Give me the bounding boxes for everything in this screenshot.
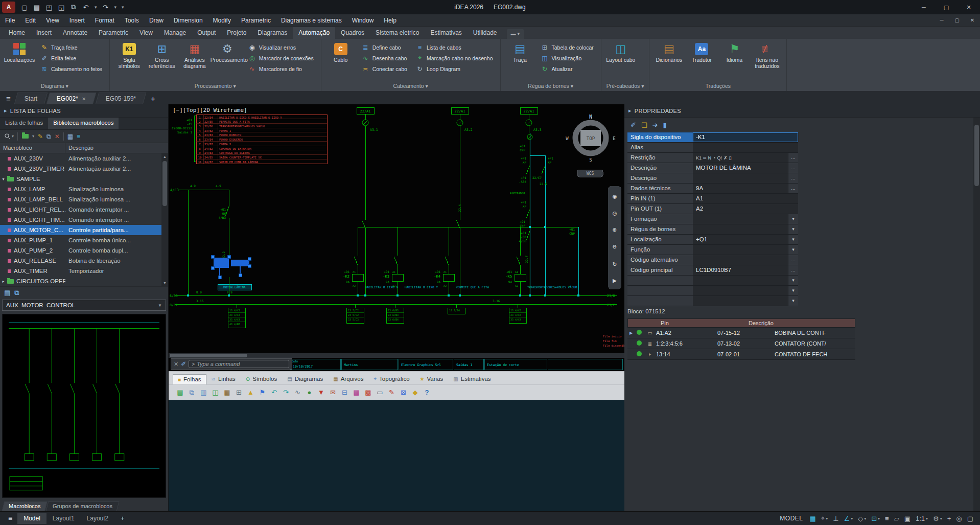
property-value[interactable]	[693, 286, 788, 295]
panel-label-cabeamento[interactable]: Cabeamento ▾	[321, 82, 500, 91]
property-value[interactable]: -K1	[693, 132, 798, 142]
ribbon-button-tra-a[interactable]: ▤Traça	[504, 40, 536, 63]
mdi-restore-button[interactable]: ▢	[949, 17, 965, 23]
ribbon-button-layout-cabo[interactable]: ◫Layout cabo	[604, 40, 637, 63]
pin-icon[interactable]: ▲	[245, 387, 256, 398]
property-value[interactable]: A1	[693, 194, 798, 203]
property-row-dados-t-cnicos[interactable]: Dados técnicos9A…	[627, 184, 798, 194]
scroll-up-icon[interactable]: ▲	[163, 153, 167, 160]
macro-row-aux-motor-c[interactable]: AUX_MOTOR_C...Controle partida/para...	[0, 225, 168, 235]
marker-icon[interactable]: ✎	[386, 387, 397, 398]
panel-label-pr-cabeados[interactable]: Pré-cabeados ▾	[601, 82, 649, 91]
menu-dimension[interactable]: Dimension	[169, 14, 208, 27]
drawing-tab-eg05-159[interactable]: EG05-159*	[95, 93, 146, 104]
tab-grupos-de-macroblocos[interactable]: Grupos de macroblocos	[46, 501, 120, 511]
pin-row-1-2-3-4-5-6[interactable]: ≣1:2:3:4:5:607-13-02CONTATOR (CONT/	[627, 338, 855, 349]
property-row-fun-o[interactable]: Função▾	[627, 245, 798, 255]
collapse-icon[interactable]: ▾	[0, 177, 7, 181]
grid-view-icon[interactable]: ⊞	[234, 387, 244, 398]
frame-icon[interactable]: ▭	[375, 387, 385, 398]
pages-icon[interactable]: ▥	[198, 387, 209, 398]
save-button[interactable]: ◰	[43, 4, 55, 11]
drawing-canvas[interactable]: [−][Top][2D Wireframe]+Q1-A5C200H-OC222S…	[169, 104, 624, 371]
curve-icon[interactable]: ∿	[292, 387, 303, 398]
menu-edit[interactable]: Edit	[20, 14, 41, 27]
property-row-forma-o[interactable]: Formação▾	[627, 214, 798, 224]
tab-biblioteca-macroblocos[interactable]: Biblioteca macroblocos	[48, 118, 119, 129]
list-icon[interactable]: ≡	[77, 133, 80, 140]
drawing-tab-eg002[interactable]: EG002*✕	[46, 93, 97, 104]
panel-grip-icon[interactable]: ▸	[4, 107, 7, 114]
polar-icon[interactable]: ∠▾	[842, 514, 856, 522]
panel-grip-icon[interactable]: ▸	[628, 107, 632, 114]
pdf-icon[interactable]: ▼	[316, 387, 326, 398]
property-row-c-digo-alternativo[interactable]: Código alternativo…	[627, 255, 798, 265]
new-button[interactable]: ▢	[18, 4, 31, 11]
ribbon-tab-annotate[interactable]: Annotate	[57, 27, 93, 39]
navigation-bar[interactable]	[608, 186, 621, 289]
ribbon-button-loop-diagram[interactable]: ↻Loop Diagram	[413, 63, 495, 74]
transparency-icon[interactable]: ▱	[892, 514, 902, 522]
ribbon-collapse-button[interactable]: ▬ ▾	[507, 29, 524, 39]
ribbon-button-define-cabo[interactable]: ≣Define cabo	[359, 42, 409, 53]
flag-icon[interactable]: ⚑	[257, 387, 268, 398]
ribbon-tab-output[interactable]: Output	[192, 27, 221, 39]
maximize-button[interactable]: ▢	[935, 0, 958, 14]
menu-diagramas-e-sistemas[interactable]: Diagramas e sistemas	[276, 14, 347, 27]
dropdown-button[interactable]: ▾	[788, 235, 798, 244]
ribbon-tab-projeto[interactable]: Projeto	[221, 27, 252, 39]
ribbon-button-dicion-rios[interactable]: ▤Dicionários	[652, 40, 685, 63]
dropdown-button[interactable]: ▾	[788, 276, 798, 285]
file-tabs-menu-icon[interactable]: ≡	[3, 94, 16, 104]
pin-row-13-14[interactable]: ⊦13:1407-02-01CONTATO DE FECH	[627, 349, 855, 360]
layout-icon[interactable]: ⊟	[339, 387, 350, 398]
sheet-tab-arquivos[interactable]: ▦Arquivos	[328, 374, 368, 384]
lineweight-icon[interactable]: ≡	[882, 514, 892, 522]
new-drawing-tab-button[interactable]: +	[147, 94, 159, 104]
undo-icon[interactable]: ↶	[269, 387, 279, 398]
menu-parametric[interactable]: Parametric	[236, 14, 276, 27]
menu-window[interactable]: Window	[347, 14, 379, 27]
ribbon-tab-insert[interactable]: Insert	[31, 27, 57, 39]
property-value[interactable]: MOTOR DE LÂMINA	[693, 163, 788, 173]
delete-icon[interactable]: ✕	[55, 133, 60, 140]
wizard-icon[interactable]: ◆	[410, 387, 421, 398]
snap-icon[interactable]: ⌖▾	[819, 514, 830, 522]
ribbon-button-tabela-de-colocar[interactable]: ⊞Tabela de colocar	[539, 42, 596, 53]
macro-row-aux-lamp[interactable]: AUX_LAMPSinalização luminosa	[0, 184, 168, 194]
property-value[interactable]: K1∞N◔Q!✗▯	[693, 153, 788, 163]
sheet-tab-varias[interactable]: ★Varias	[415, 374, 449, 384]
property-value[interactable]: LC1D0910B7	[693, 265, 788, 275]
ribbon-tab-quadros[interactable]: Quadros	[335, 27, 370, 39]
ortho-icon[interactable]: ⊥	[830, 514, 841, 522]
panel-label-processamento[interactable]: Processamento ▾	[110, 82, 321, 91]
ribbon-tab-manage[interactable]: Manage	[158, 27, 192, 39]
new-sheet-icon[interactable]: ▤	[175, 387, 185, 398]
fullscreen-icon[interactable]: ▢	[965, 514, 976, 522]
close-button[interactable]: ✕	[958, 0, 980, 14]
layout-tab-model[interactable]: Model	[17, 513, 46, 524]
ribbon-tab-view[interactable]: View	[134, 27, 158, 39]
tag-icon[interactable]: ❏	[641, 121, 647, 129]
property-row-c-digo-principal[interactable]: Código principalLC1D0910B7…	[627, 265, 798, 276]
column-descricao[interactable]: Descrição	[65, 143, 168, 153]
property-row-r-gua-de-bornes[interactable]: Régua de bornes▾	[627, 224, 798, 235]
dropdown-button[interactable]: ▾	[788, 214, 798, 224]
frame-icon[interactable]: ▮	[663, 121, 666, 129]
globe-icon[interactable]: ●	[304, 387, 315, 398]
ribbon-tab-estimativas[interactable]: Estimativas	[425, 27, 467, 39]
ribbon-button-visualizar-erros[interactable]: ◉Visualizar erros	[246, 42, 316, 53]
macro-row-aux-light-rel[interactable]: AUX_LIGHT_REL...Comando interruptor ...	[0, 204, 168, 215]
help-icon[interactable]: ?	[422, 387, 432, 398]
menu-help[interactable]: Help	[379, 14, 402, 27]
new-folder-icon[interactable]: ▾	[21, 134, 34, 139]
property-value[interactable]: +Q1	[693, 235, 788, 244]
expand-icon[interactable]: ▸	[0, 279, 7, 284]
macro-row-aux-light-tim[interactable]: AUX_LIGHT_TIM...Comando interruptor ...	[0, 215, 168, 225]
macro-row-circuitos-operandos-plc[interactable]: ▸CIRCUITOS OPERANDOS PLC	[0, 276, 168, 286]
ribbon-button-itens-n-o-traduzidos[interactable]: ≢Itens não traduzidos	[751, 40, 783, 70]
column-macrobloco[interactable]: Macrobloco	[0, 143, 65, 153]
ribbon-button-an-lises-diagrama[interactable]: ▦Análises diagrama	[178, 40, 211, 70]
close-tab-icon[interactable]: ✕	[82, 96, 86, 102]
sheet-tab-estimativas[interactable]: ▥Estimativas	[448, 374, 496, 384]
